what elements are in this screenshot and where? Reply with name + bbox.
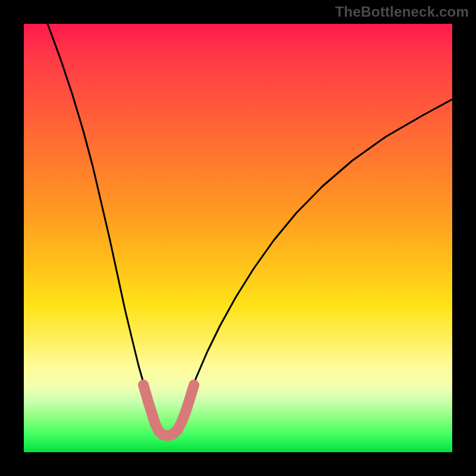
curve-left <box>48 24 156 419</box>
chart-stage: TheBottleneck.com <box>0 0 476 476</box>
curve-right <box>180 99 452 419</box>
watermark-text: TheBottleneck.com <box>335 4 469 20</box>
bottom-marker <box>143 385 194 436</box>
chart-svg <box>24 24 452 452</box>
plot-area <box>24 24 452 452</box>
